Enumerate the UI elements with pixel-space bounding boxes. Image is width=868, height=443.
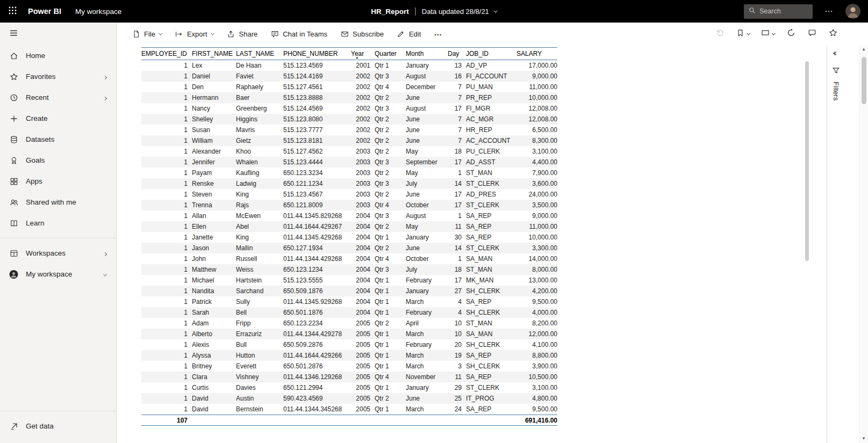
table-cell: SA_MAN — [466, 255, 512, 263]
table-row[interactable]: 1CurtisDavies650.121.29942005Qtr 1Januar… — [141, 382, 557, 393]
sidebar-item-shared-with-me[interactable]: Shared with me — [0, 192, 116, 213]
table-cell: 1 — [141, 201, 188, 209]
sidebar-item-recent[interactable]: Recent — [0, 87, 116, 108]
refresh-button[interactable] — [786, 29, 796, 39]
export-menu-button[interactable]: Export — [175, 30, 214, 38]
sidebar-item-goals[interactable]: Goals — [0, 150, 116, 171]
table-cell: PR_REP — [466, 94, 512, 101]
table-scrollbar[interactable] — [805, 61, 809, 415]
sidebar-item-my-workspace[interactable]: My workspace — [0, 264, 116, 285]
table-cell: 1 — [141, 255, 188, 263]
column-header-day[interactable]: Day — [448, 50, 462, 57]
table-row[interactable]: 1JohnRussell011.44.1344.4292682004Qtr 4O… — [141, 253, 557, 264]
page-scrollbar-thumb[interactable] — [862, 57, 866, 104]
column-header-month[interactable]: Month — [406, 50, 443, 57]
waffle-menu-button[interactable] — [0, 0, 25, 23]
column-header-quarter[interactable]: Quarter — [375, 50, 401, 57]
table-visual[interactable]: EMPLOYEE_ID FIRST_NAME LAST_NAME PHONE_N… — [135, 47, 812, 430]
table-row[interactable]: 1JasonMallin650.127.19342004Qtr 2June14S… — [141, 243, 557, 253]
table-row[interactable]: 1AlexanderKhoo515.127.45622003Qtr 2May18… — [141, 146, 557, 157]
bookmarks-button[interactable] — [736, 29, 750, 39]
table-row[interactable]: 1AdamFripp650.123.22342005Qtr 2April10ST… — [141, 318, 557, 329]
table-row[interactable]: 1DavidAustin590.423.45692005Qtr 2June25I… — [141, 393, 557, 404]
table-body: 1LexDe Haan515.123.45692001Qtr 1January1… — [141, 60, 557, 415]
search-input[interactable]: Search — [744, 4, 813, 19]
comments-button[interactable] — [807, 29, 817, 39]
table-cell: Clara — [192, 373, 232, 381]
table-row[interactable]: 1NanditaSarchand650.509.18762004Qtr 1Jan… — [141, 286, 557, 296]
chevron-right-icon[interactable] — [103, 76, 107, 79]
column-header-first-name[interactable]: FIRST_NAME — [192, 50, 232, 57]
view-button[interactable] — [761, 28, 775, 39]
hamburger-menu-button[interactable] — [0, 23, 116, 45]
chevron-down-icon[interactable] — [494, 9, 498, 12]
column-header-job-id[interactable]: JOB_ID — [466, 50, 512, 57]
table-cell: 515.124.4569 — [283, 105, 347, 112]
table-row[interactable]: 1SusanMavris515.123.77772002Qtr 2June7HR… — [141, 125, 557, 135]
table-row[interactable]: 1DenRaphaely515.127.45612002Qtr 4Decembe… — [141, 82, 557, 92]
table-row[interactable]: 1BritneyEverett650.501.28762005Qtr 1Marc… — [141, 361, 557, 372]
data-updated-label[interactable]: Data updated 28/8/21 — [422, 8, 489, 16]
sidebar-item-home[interactable]: Home — [0, 45, 116, 66]
share-button[interactable]: Share — [227, 30, 258, 38]
sidebar-item-datasets[interactable]: Datasets — [0, 129, 116, 150]
table-row[interactable]: 1MatthewWeiss650.123.12342004Qtr 3July18… — [141, 264, 557, 275]
table-row[interactable]: 1PayamKaufling650.123.32342003Qtr 2May1S… — [141, 168, 557, 178]
table-row[interactable]: 1WilliamGietz515.123.81812002Qtr 2June7A… — [141, 135, 557, 146]
powerbi-logo[interactable]: Power BI — [28, 7, 61, 16]
subscribe-button[interactable]: Subscribe — [340, 30, 384, 38]
chevron-down-icon[interactable] — [103, 273, 107, 277]
user-avatar[interactable] — [845, 4, 860, 19]
sidebar-item-get-data[interactable]: Get data — [0, 416, 116, 437]
table-cell: 1 — [141, 83, 188, 91]
column-header-salary[interactable]: SALARY — [517, 50, 557, 57]
table-row[interactable]: 1PatrickSully011.44.1345.9292682004Qtr 1… — [141, 296, 557, 307]
table-row[interactable]: 1ClaraVishney011.44.1346.1292682005Qtr 4… — [141, 372, 557, 382]
chevron-right-icon[interactable] — [103, 252, 107, 256]
table-row[interactable]: 1AllanMcEwen011.44.1345.8292682004Qtr 3A… — [141, 210, 557, 221]
edit-button[interactable]: Edit — [397, 30, 421, 38]
file-menu-button[interactable]: File — [132, 30, 162, 38]
column-header-year[interactable]: Year ▲ — [351, 50, 370, 57]
table-cell: 4,200.00 — [517, 287, 557, 295]
expand-filters-button[interactable] — [835, 52, 837, 55]
table-row[interactable]: 1AlbertoErrazuriz011.44.1344.4292782005Q… — [141, 329, 557, 339]
table-cell: FI_ACCOUNT — [466, 72, 512, 80]
table-row[interactable]: 1AlexisBull650.509.28762005Qtr 1February… — [141, 339, 557, 350]
sidebar-item-workspaces[interactable]: Workspaces — [0, 243, 116, 264]
chat-in-teams-button[interactable]: Chat in Teams — [270, 30, 327, 38]
table-scrollbar-thumb[interactable] — [805, 61, 809, 261]
table-row[interactable]: 1StevenKing515.123.45672003Qtr 2June17AD… — [141, 189, 557, 200]
column-header-employee-id[interactable]: EMPLOYEE_ID — [141, 50, 188, 57]
table-row[interactable]: 1EllenAbel011.44.1644.4292672004Qtr 2May… — [141, 221, 557, 232]
table-row[interactable]: 1DavidBernstein011.44.1344.3452682005Qtr… — [141, 404, 557, 415]
topbar-workspace-label[interactable]: My workspace — [75, 8, 121, 16]
table-row[interactable]: 1JanetteKing011.44.1345.4292682004Qtr 1J… — [141, 232, 557, 243]
column-header-last-name[interactable]: LAST_NAME — [236, 50, 279, 57]
table-row[interactable]: 1HermannBaer515.123.88882002Qtr 2June7PR… — [141, 92, 557, 103]
table-row[interactable]: 1NancyGreenberg515.124.45692002Qtr 3Augu… — [141, 103, 557, 114]
scroll-down-arrow-icon[interactable]: ▼ — [862, 436, 866, 441]
table-row[interactable]: 1SarahBell650.501.18762004Qtr 1February4… — [141, 307, 557, 318]
table-row[interactable]: 1RenskeLadwig650.121.12342003Qtr 3July14… — [141, 178, 557, 189]
column-header-phone-number[interactable]: PHONE_NUMBER — [283, 50, 347, 57]
table-row[interactable]: 1ShelleyHiggins515.123.80802002Qtr 2June… — [141, 114, 557, 125]
table-row[interactable]: 1MichaelHartstein515.123.55552004Qtr 1Fe… — [141, 275, 557, 286]
table-row[interactable]: 1TrennaRajs650.121.80092003Qtr 4October1… — [141, 200, 557, 210]
favorite-button[interactable] — [828, 29, 838, 39]
chevron-right-icon[interactable] — [103, 97, 107, 100]
table-row[interactable]: 1DanielFaviet515.124.41692002Qtr 3August… — [141, 71, 557, 82]
sidebar-item-favorites[interactable]: Favorites — [0, 66, 116, 87]
scroll-up-arrow-icon[interactable]: ▲ — [862, 47, 866, 52]
sidebar-item-learn[interactable]: Learn — [0, 213, 116, 234]
toolbar-more-button[interactable]: … — [434, 28, 442, 37]
sidebar-item-create[interactable]: Create — [0, 108, 116, 129]
reset-button[interactable] — [715, 29, 725, 39]
topbar-more-button[interactable]: … — [824, 4, 834, 14]
page-scrollbar[interactable]: ▲ ▼ — [859, 45, 868, 443]
sidebar-item-apps[interactable]: Apps — [0, 171, 116, 192]
filters-rail-button[interactable]: Filters — [832, 67, 840, 100]
table-row[interactable]: 1LexDe Haan515.123.45692001Qtr 1January1… — [141, 60, 557, 71]
table-row[interactable]: 1AlyssaHutton011.44.1644.4292662005Qtr 1… — [141, 350, 557, 361]
table-row[interactable]: 1JenniferWhalen515.123.44442003Qtr 3Sept… — [141, 157, 557, 168]
